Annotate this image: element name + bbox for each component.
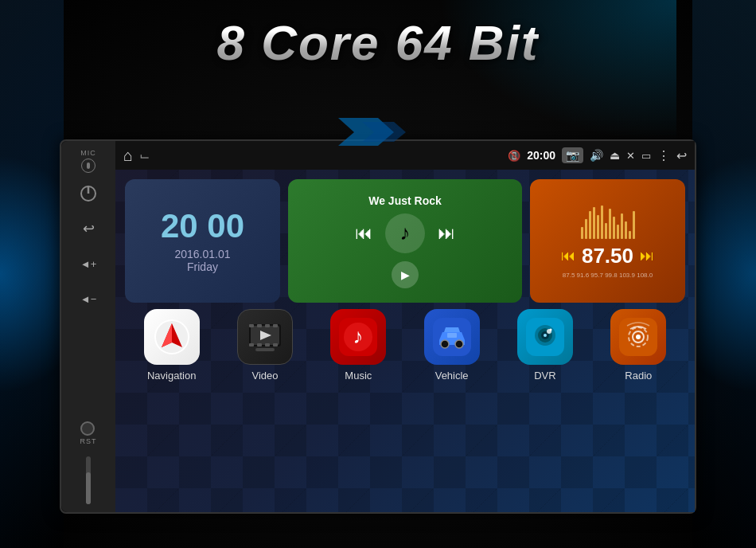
close-icon[interactable]: ✕ bbox=[626, 150, 635, 162]
car-unit: MIC ↩ ◄+ ◄− RST ⌂ ⌙ bbox=[60, 139, 696, 514]
window-icon[interactable]: ▭ bbox=[641, 150, 651, 162]
volume-slider[interactable] bbox=[86, 456, 91, 504]
rst-button[interactable] bbox=[80, 421, 95, 436]
status-left: ⌂ ⌙ bbox=[123, 147, 150, 165]
music-next-button[interactable]: ⏭ bbox=[438, 223, 455, 244]
volume-up-button[interactable]: ◄+ bbox=[74, 249, 103, 278]
video-label: Video bbox=[251, 370, 278, 382]
back-status-icon[interactable]: ↩ bbox=[676, 148, 687, 163]
vehicle-label: Vehicle bbox=[435, 370, 469, 382]
usb-icon: ⌙ bbox=[139, 148, 150, 163]
svg-rect-15 bbox=[273, 343, 278, 346]
svg-rect-14 bbox=[265, 343, 270, 346]
svg-rect-12 bbox=[249, 343, 254, 346]
dvr-icon bbox=[517, 309, 573, 365]
svg-point-23 bbox=[455, 340, 463, 348]
svg-rect-24 bbox=[447, 333, 457, 338]
svg-point-31 bbox=[549, 329, 551, 331]
signal-icon: 📵 bbox=[508, 150, 520, 162]
mic-indicator bbox=[81, 159, 95, 173]
svg-rect-9 bbox=[257, 324, 262, 327]
radio-label: Radio bbox=[625, 370, 652, 382]
rst-label: RST bbox=[80, 437, 97, 445]
camera-icon[interactable]: 📷 bbox=[562, 147, 583, 163]
menu-icon[interactable]: ⋮ bbox=[657, 148, 670, 163]
radio-wave-bars bbox=[581, 203, 635, 239]
home-icon[interactable]: ⌂ bbox=[123, 147, 133, 165]
svg-point-22 bbox=[441, 340, 449, 348]
widget-row: 20 00 2016.01.01 Friday We Just Rock ⏮ ♪… bbox=[115, 170, 695, 309]
app-video[interactable]: Video bbox=[225, 309, 305, 382]
volume-status-icon[interactable]: 🔊 bbox=[590, 149, 603, 162]
volume-down-button[interactable]: ◄− bbox=[74, 284, 103, 313]
vehicle-icon bbox=[424, 309, 480, 365]
side-panel: MIC ↩ ◄+ ◄− RST bbox=[61, 141, 115, 512]
dvr-label: DVR bbox=[534, 370, 555, 382]
svg-point-29 bbox=[544, 334, 547, 337]
status-right: 📵 20:00 📷 🔊 ⏏ ✕ ▭ ⋮ ↩ bbox=[508, 147, 687, 163]
svg-text:♪: ♪ bbox=[353, 324, 364, 348]
music-note-icon: ♪ bbox=[385, 213, 425, 253]
app-dvr[interactable]: DVR bbox=[505, 309, 585, 382]
arrow-decoration bbox=[338, 118, 418, 146]
music-prev-button[interactable]: ⏮ bbox=[355, 223, 372, 244]
navigation-label: Navigation bbox=[147, 370, 196, 382]
widget-clock[interactable]: 20 00 2016.01.01 Friday bbox=[125, 179, 280, 303]
widget-radio[interactable]: ⏮ 87.50 ⏭ 87.5 91.6 95.7 99.8 103.9 108.… bbox=[530, 179, 685, 303]
clock-day: Friday bbox=[187, 260, 218, 273]
radio-prev-button[interactable]: ⏮ bbox=[561, 248, 575, 264]
radio-frequency: 87.50 bbox=[582, 244, 633, 268]
app-navigation[interactable]: Navigation bbox=[132, 309, 212, 382]
time-display: 20:00 bbox=[527, 149, 555, 162]
svg-rect-10 bbox=[265, 324, 270, 327]
screen: ⌂ ⌙ 📵 20:00 📷 🔊 ⏏ ✕ ▭ ⋮ ↩ 20 00 bbox=[115, 141, 695, 512]
power-button[interactable] bbox=[74, 179, 103, 208]
app-grid: Navigation bbox=[115, 309, 695, 389]
svg-rect-8 bbox=[249, 324, 254, 327]
main-content: 20 00 2016.01.01 Friday We Just Rock ⏮ ♪… bbox=[115, 170, 695, 512]
back-button[interactable]: ↩ bbox=[74, 214, 103, 243]
radio-icon bbox=[610, 309, 666, 365]
radio-next-button[interactable]: ⏭ bbox=[640, 248, 654, 264]
clock-time: 20 00 bbox=[161, 209, 244, 243]
navigation-icon bbox=[144, 309, 200, 365]
clock-date: 2016.01.01 bbox=[174, 248, 230, 260]
music-title: We Just Rock bbox=[368, 194, 442, 207]
radio-frequency-row: ⏮ 87.50 ⏭ bbox=[561, 244, 654, 268]
music-label: Music bbox=[345, 370, 372, 382]
eject-icon[interactable]: ⏏ bbox=[610, 149, 620, 162]
video-icon bbox=[237, 309, 293, 365]
svg-rect-11 bbox=[273, 324, 278, 327]
svg-rect-17 bbox=[255, 348, 275, 351]
radio-scale: 87.5 91.6 95.7 99.8 103.9 108.0 bbox=[563, 272, 653, 279]
music-controls: ⏮ ♪ ⏭ bbox=[355, 213, 455, 253]
svg-point-35 bbox=[636, 335, 641, 339]
music-icon: ♪ bbox=[330, 309, 386, 365]
app-music[interactable]: ♪ Music bbox=[318, 309, 398, 382]
widget-music[interactable]: We Just Rock ⏮ ♪ ⏭ ▶ bbox=[288, 179, 522, 303]
page-title: 8 Core 64 Bit bbox=[216, 14, 539, 71]
music-play-button[interactable]: ▶ bbox=[392, 261, 419, 288]
svg-rect-13 bbox=[257, 343, 262, 346]
app-radio[interactable]: Radio bbox=[598, 309, 678, 382]
mic-label: MIC bbox=[80, 149, 96, 157]
app-vehicle[interactable]: Vehicle bbox=[412, 309, 492, 382]
